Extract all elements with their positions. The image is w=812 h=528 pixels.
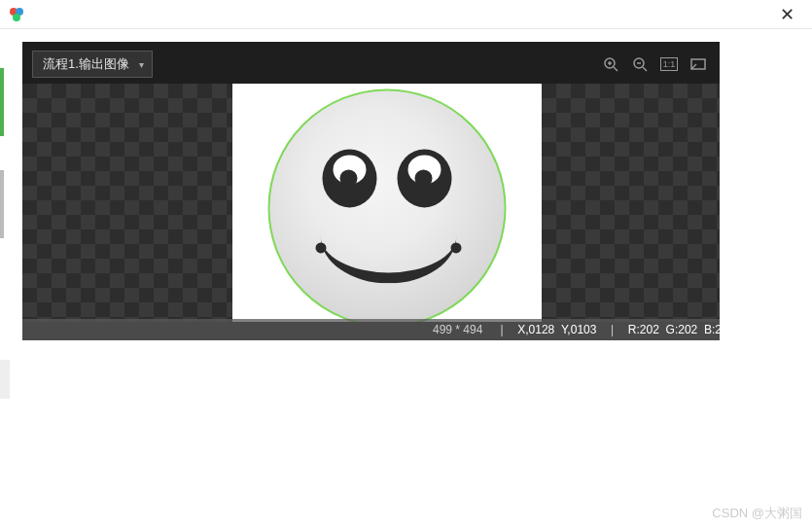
svg-point-2 — [13, 14, 20, 21]
app-icon — [8, 6, 25, 23]
close-button[interactable]: ✕ — [770, 2, 804, 27]
coord-y-label: Y, — [561, 323, 571, 336]
titlebar: ✕ — [0, 0, 812, 29]
svg-line-4 — [614, 67, 618, 71]
eye-left — [323, 149, 377, 207]
pixel-r-label: R: — [628, 323, 640, 336]
zoom-in-icon — [602, 55, 619, 73]
transparency-bg-left — [22, 84, 232, 322]
image-viewer: 流程1.输出图像 ▾ 1:1 — [22, 42, 720, 340]
dropdown-label: 流程1.输出图像 — [43, 55, 129, 73]
pixel-b: 202 — [715, 323, 734, 336]
pixel-b-label: B: — [704, 323, 715, 336]
source-dropdown[interactable]: 流程1.输出图像 ▾ — [32, 51, 153, 78]
pixel-g-label: G: — [666, 323, 679, 336]
image-dimensions: 499 * 494 — [433, 323, 482, 336]
fullscreen-icon — [689, 55, 707, 73]
pixel-g: 202 — [678, 323, 697, 336]
left-panel-edge — [0, 68, 4, 238]
watermark: CSDN @大粥国 — [712, 505, 802, 522]
zoom-out-icon — [631, 55, 649, 73]
actual-size-button[interactable]: 1:1 — [657, 53, 681, 76]
coord-x: 0128 — [529, 323, 555, 336]
viewer-toolbar: 流程1.输出图像 ▾ 1:1 — [32, 50, 710, 79]
zoom-in-button[interactable] — [599, 53, 622, 76]
zoom-out-button[interactable] — [628, 53, 652, 76]
canvas-area[interactable]: 499 * 494 | X,0128 Y,0103 | R:202 G:202 … — [22, 84, 720, 340]
transparency-bg-right — [542, 84, 720, 322]
eye-right — [398, 149, 452, 207]
fullscreen-button[interactable] — [687, 53, 710, 76]
output-image — [232, 84, 542, 322]
coord-x-label: X, — [517, 323, 528, 336]
svg-line-8 — [643, 67, 647, 71]
status-bar: 499 * 494 | X,0128 Y,0103 | R:202 G:202 … — [22, 319, 720, 340]
one-to-one-icon: 1:1 — [660, 57, 678, 71]
pixel-r: 202 — [640, 323, 659, 336]
chevron-down-icon: ▾ — [139, 59, 144, 70]
smiley-face — [268, 88, 507, 322]
smile — [321, 215, 457, 283]
coord-y: 0103 — [571, 323, 597, 336]
